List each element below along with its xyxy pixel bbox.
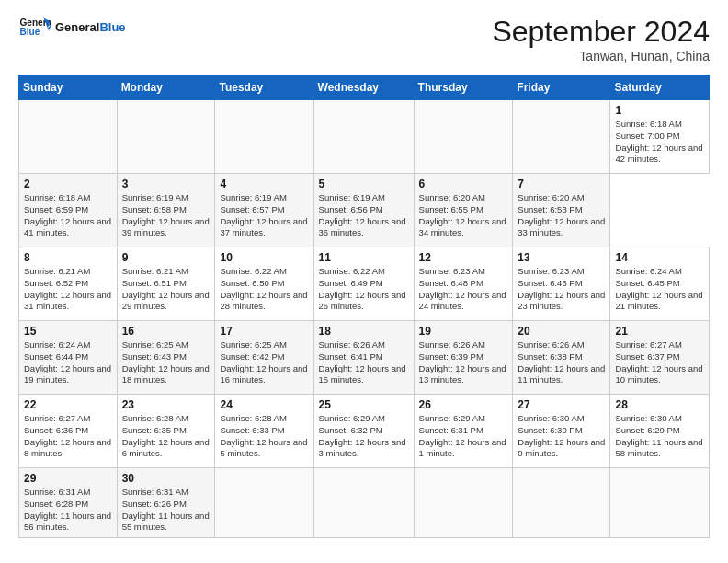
day-info: Sunrise: 6:27 AMSunset: 6:36 PMDaylight:… [24,413,112,460]
table-row: 12Sunrise: 6:23 AMSunset: 6:48 PMDayligh… [414,247,513,321]
calendar-week-row: 29Sunrise: 6:31 AMSunset: 6:28 PMDayligh… [19,468,710,538]
table-row: 11Sunrise: 6:22 AMSunset: 6:49 PMDayligh… [313,247,414,321]
day-number: 15 [24,325,112,338]
day-number: 12 [419,251,508,264]
day-number: 13 [518,251,605,264]
table-row: 15Sunrise: 6:24 AMSunset: 6:44 PMDayligh… [19,321,118,395]
day-info: Sunrise: 6:31 AMSunset: 6:28 PMDaylight:… [24,487,112,534]
table-row: 30Sunrise: 6:31 AMSunset: 6:26 PMDayligh… [117,468,215,538]
day-info: Sunrise: 6:21 AMSunset: 6:52 PMDaylight:… [24,266,112,313]
day-number: 1 [615,104,704,117]
day-number: 29 [24,472,112,485]
logo-blue: Blue [99,20,125,34]
day-number: 20 [518,325,605,338]
day-number: 26 [419,398,508,411]
day-info: Sunrise: 6:25 AMSunset: 6:42 PMDaylight:… [220,339,308,386]
day-number: 17 [220,325,308,338]
day-info: Sunrise: 6:30 AMSunset: 6:30 PMDaylight:… [518,413,605,460]
weekday-header-row: Sunday Monday Tuesday Wednesday Thursday… [19,75,710,100]
table-row: 14Sunrise: 6:24 AMSunset: 6:45 PMDayligh… [610,247,710,321]
table-row: 6Sunrise: 6:20 AMSunset: 6:55 PMDaylight… [414,174,513,247]
table-row [215,468,313,538]
table-row: 21Sunrise: 6:27 AMSunset: 6:37 PMDayligh… [610,321,710,395]
day-number: 16 [122,325,210,338]
day-info: Sunrise: 6:23 AMSunset: 6:46 PMDaylight:… [518,266,605,313]
calendar-week-row: 8Sunrise: 6:21 AMSunset: 6:52 PMDaylight… [19,247,710,321]
day-number: 22 [24,398,112,411]
logo-icon: General Blue [18,15,51,40]
day-number: 7 [518,178,605,190]
day-info: Sunrise: 6:22 AMSunset: 6:50 PMDaylight:… [220,266,308,313]
table-row: 25Sunrise: 6:29 AMSunset: 6:32 PMDayligh… [313,395,414,468]
header-thursday: Thursday [414,75,513,100]
table-row [610,468,710,538]
day-number: 4 [220,178,308,190]
table-row: 19Sunrise: 6:26 AMSunset: 6:39 PMDayligh… [414,321,513,395]
calendar-table: Sunday Monday Tuesday Wednesday Thursday… [18,75,710,538]
svg-text:Blue: Blue [19,27,40,37]
day-number: 28 [615,398,704,411]
header-monday: Monday [117,75,215,100]
table-row: 24Sunrise: 6:28 AMSunset: 6:33 PMDayligh… [215,395,313,468]
day-info: Sunrise: 6:26 AMSunset: 6:39 PMDaylight:… [419,339,508,386]
table-row [19,100,118,174]
day-info: Sunrise: 6:29 AMSunset: 6:31 PMDaylight:… [419,413,508,460]
table-row: 27Sunrise: 6:30 AMSunset: 6:30 PMDayligh… [513,395,610,468]
day-info: Sunrise: 6:22 AMSunset: 6:49 PMDaylight:… [319,266,409,313]
table-row: 2Sunrise: 6:18 AMSunset: 6:59 PMDaylight… [19,174,118,247]
header-tuesday: Tuesday [215,75,313,100]
table-row: 5Sunrise: 6:19 AMSunset: 6:56 PMDaylight… [313,174,414,247]
table-row: 7Sunrise: 6:20 AMSunset: 6:53 PMDaylight… [513,174,610,247]
day-info: Sunrise: 6:18 AMSunset: 7:00 PMDaylight:… [615,119,704,166]
day-number: 21 [615,325,704,338]
day-info: Sunrise: 6:26 AMSunset: 6:38 PMDaylight:… [518,339,605,386]
table-row [117,100,215,174]
day-info: Sunrise: 6:31 AMSunset: 6:26 PMDaylight:… [122,487,210,534]
day-number: 19 [419,325,508,338]
day-number: 27 [518,398,605,411]
day-number: 14 [615,251,704,264]
day-info: Sunrise: 6:21 AMSunset: 6:51 PMDaylight:… [122,266,210,313]
table-row: 10Sunrise: 6:22 AMSunset: 6:50 PMDayligh… [215,247,313,321]
table-row: 1Sunrise: 6:18 AMSunset: 7:00 PMDaylight… [610,100,710,174]
month-title: September 2024 [492,15,710,49]
day-info: Sunrise: 6:20 AMSunset: 6:53 PMDaylight:… [518,192,605,239]
day-info: Sunrise: 6:28 AMSunset: 6:35 PMDaylight:… [122,413,210,460]
table-row [414,468,513,538]
calendar-week-row: 2Sunrise: 6:18 AMSunset: 6:59 PMDaylight… [19,174,710,247]
day-info: Sunrise: 6:26 AMSunset: 6:41 PMDaylight:… [319,339,409,386]
day-number: 24 [220,398,308,411]
table-row: 18Sunrise: 6:26 AMSunset: 6:41 PMDayligh… [313,321,414,395]
logo-general: General [55,20,99,34]
table-row: 20Sunrise: 6:26 AMSunset: 6:38 PMDayligh… [513,321,610,395]
table-row [313,468,414,538]
header-wednesday: Wednesday [313,75,414,100]
table-row: 17Sunrise: 6:25 AMSunset: 6:42 PMDayligh… [215,321,313,395]
day-number: 6 [419,178,508,190]
day-number: 8 [24,251,112,264]
table-row: 29Sunrise: 6:31 AMSunset: 6:28 PMDayligh… [19,468,118,538]
day-info: Sunrise: 6:27 AMSunset: 6:37 PMDaylight:… [615,339,704,386]
calendar-week-row: 15Sunrise: 6:24 AMSunset: 6:44 PMDayligh… [19,321,710,395]
day-number: 25 [319,398,409,411]
day-info: Sunrise: 6:18 AMSunset: 6:59 PMDaylight:… [24,192,112,239]
table-row: 3Sunrise: 6:19 AMSunset: 6:58 PMDaylight… [117,174,215,247]
day-number: 18 [319,325,409,338]
table-row [513,468,610,538]
header-saturday: Saturday [610,75,710,100]
day-number: 10 [220,251,308,264]
day-info: Sunrise: 6:19 AMSunset: 6:56 PMDaylight:… [319,192,409,239]
header-sunday: Sunday [19,75,118,100]
table-row: 8Sunrise: 6:21 AMSunset: 6:52 PMDaylight… [19,247,118,321]
day-info: Sunrise: 6:20 AMSunset: 6:55 PMDaylight:… [419,192,508,239]
day-number: 30 [122,472,210,485]
day-number: 5 [319,178,409,190]
day-number: 3 [122,178,210,190]
table-row: 4Sunrise: 6:19 AMSunset: 6:57 PMDaylight… [215,174,313,247]
day-info: Sunrise: 6:29 AMSunset: 6:32 PMDaylight:… [319,413,409,460]
day-number: 11 [319,251,409,264]
day-number: 23 [122,398,210,411]
table-row [513,100,610,174]
page-header: General Blue GeneralBlue September 2024 … [18,15,710,63]
day-info: Sunrise: 6:24 AMSunset: 6:44 PMDaylight:… [24,339,112,386]
